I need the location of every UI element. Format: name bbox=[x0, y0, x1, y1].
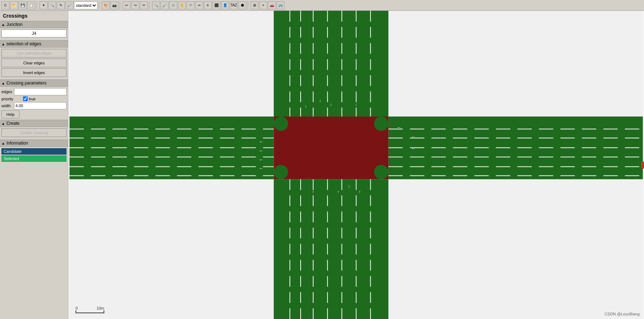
canvas-area[interactable]: ← ← ← ← ← ← ← ↓ ↓ ↓ ↓ ↓ ↑ ↑ ↑ ↑ ↑ bbox=[68, 11, 644, 319]
shape-button[interactable]: ⬟ bbox=[238, 1, 246, 9]
svg-rect-6 bbox=[274, 117, 288, 131]
svg-text:↑: ↑ bbox=[358, 190, 361, 195]
scale-rule bbox=[76, 310, 104, 313]
scale-start-label: 0 bbox=[76, 306, 78, 310]
candidate-item[interactable]: Candidate bbox=[1, 148, 67, 155]
use-selected-edges-button[interactable]: Use selected edges bbox=[1, 49, 67, 58]
clear-edges-button[interactable]: Clear edges bbox=[1, 59, 67, 67]
signal-button[interactable]: ⬛ bbox=[213, 1, 220, 9]
scale-labels: 0 10m bbox=[76, 306, 104, 310]
sidebar-title: Crossings bbox=[0, 11, 68, 21]
mode-select[interactable]: standard bbox=[74, 1, 97, 9]
svg-rect-1 bbox=[274, 11, 388, 117]
mode-button[interactable]: ✎ bbox=[57, 1, 65, 9]
main-content: Crossings ▲ Junction ▲ selection of edge… bbox=[0, 11, 644, 319]
save-as-button[interactable]: 📋 bbox=[27, 1, 35, 9]
svg-text:↓: ↓ bbox=[305, 104, 307, 109]
width-param-input[interactable] bbox=[14, 102, 67, 109]
svg-text:←: ← bbox=[259, 139, 264, 145]
priority-true-label: true bbox=[29, 97, 36, 101]
junction-section-header[interactable]: ▲ Junction bbox=[0, 21, 68, 28]
selected-item[interactable]: Selected bbox=[1, 155, 67, 162]
svg-text:↑: ↑ bbox=[337, 190, 339, 195]
crossing-params-collapse-icon: ▲ bbox=[1, 81, 5, 85]
edges-param-label: edges bbox=[1, 90, 14, 94]
svg-text:↑: ↑ bbox=[326, 184, 329, 189]
sep1 bbox=[37, 1, 38, 9]
information-section-body: Candidate Selected bbox=[0, 147, 68, 163]
invert-edges-button[interactable]: Invert edges bbox=[1, 68, 67, 77]
open-button[interactable]: 📂 bbox=[10, 1, 18, 9]
new-button[interactable]: 🗋 bbox=[1, 1, 9, 9]
person-button[interactable]: 👤 bbox=[221, 1, 229, 9]
red-edge-indicator bbox=[641, 161, 644, 169]
snapshot-button[interactable]: 📷 bbox=[110, 1, 118, 9]
sep5 bbox=[248, 1, 249, 9]
svg-text:↑: ↑ bbox=[348, 184, 350, 189]
create-section-body: Create crossing bbox=[0, 127, 68, 140]
svg-rect-9 bbox=[374, 165, 388, 179]
junction-collapse-icon: ▲ bbox=[1, 23, 5, 27]
svg-text:↓: ↓ bbox=[355, 102, 357, 107]
junction-input[interactable] bbox=[1, 29, 67, 37]
svg-text:↑: ↑ bbox=[312, 190, 314, 195]
svg-rect-7 bbox=[374, 117, 388, 131]
svg-text:←: ← bbox=[259, 148, 264, 154]
color-button[interactable]: 🎨 bbox=[102, 1, 110, 9]
sidebar: Crossings ▲ Junction ▲ selection of edge… bbox=[0, 11, 68, 319]
grid-button[interactable]: ⊞ bbox=[251, 1, 259, 9]
zoom-out-button[interactable]: 🔎 bbox=[161, 1, 169, 9]
edges-param-input[interactable] bbox=[14, 88, 67, 95]
priority-param-row: priority true bbox=[1, 96, 67, 101]
selection-edges-label: selection of edges bbox=[6, 41, 41, 46]
help-button[interactable]: Help bbox=[1, 110, 19, 118]
svg-rect-2 bbox=[274, 179, 388, 319]
svg-text:←: ← bbox=[411, 134, 416, 139]
svg-text:↓: ↓ bbox=[341, 98, 343, 103]
sep3 bbox=[120, 1, 121, 9]
search-button[interactable]: 🔍 bbox=[48, 1, 56, 9]
information-section-header[interactable]: ▲ Information bbox=[0, 140, 68, 147]
width-param-row: width bbox=[1, 102, 67, 109]
create-section-label: Create bbox=[6, 121, 19, 126]
watermark: CSDN @LeyoBiang bbox=[605, 312, 640, 316]
information-collapse-icon: ▲ bbox=[1, 141, 5, 145]
svg-text:←: ← bbox=[411, 146, 416, 151]
svg-text:↓: ↓ bbox=[330, 102, 332, 107]
bus-button[interactable]: 🚌 bbox=[277, 1, 284, 9]
priority-checkbox-container: true bbox=[23, 96, 36, 101]
redo-button[interactable]: ↪ bbox=[131, 1, 139, 9]
crossing-params-section-header[interactable]: ▲ Crossing parameters bbox=[0, 79, 68, 87]
save-button[interactable]: 💾 bbox=[19, 1, 27, 9]
create-crossing-button[interactable]: Create crossing bbox=[1, 128, 67, 137]
select-button[interactable]: □ bbox=[169, 1, 177, 9]
undo-button[interactable]: ↩ bbox=[123, 1, 131, 9]
create-collapse-icon: ▲ bbox=[1, 122, 5, 126]
taz-button[interactable]: TAZ bbox=[230, 1, 238, 9]
lane-button[interactable]: ≡ bbox=[204, 1, 212, 9]
toolbar: 🗋 📂 💾 📋 ✦ 🔍 ✎ 🔎 standard 🎨 📷 ↩ ↪ ✂ 🔍 🔎 □… bbox=[0, 0, 644, 11]
move-button[interactable]: ✋ bbox=[178, 1, 186, 9]
road-button[interactable]: ═ bbox=[195, 1, 203, 9]
cut-button[interactable]: ✂ bbox=[140, 1, 148, 9]
selection-edges-body: Use selected edges Clear edges Invert ed… bbox=[0, 47, 68, 79]
svg-text:←: ← bbox=[259, 165, 264, 171]
inspect-button[interactable]: 🔎 bbox=[65, 1, 73, 9]
edges-param-row: edges bbox=[1, 88, 67, 95]
create-section-header[interactable]: ▲ Create bbox=[0, 120, 68, 127]
sumo-button[interactable]: ✦ bbox=[40, 1, 47, 9]
svg-text:←: ← bbox=[397, 124, 402, 130]
zoom-in-button[interactable]: 🔍 bbox=[152, 1, 160, 9]
svg-rect-8 bbox=[274, 165, 288, 179]
priority-checkbox[interactable] bbox=[23, 96, 28, 101]
selection-edges-section-header[interactable]: ▲ selection of edges bbox=[0, 40, 68, 47]
sep4 bbox=[149, 1, 151, 9]
svg-text:↓: ↓ bbox=[319, 98, 321, 103]
crossing-params-label: Crossing parameters bbox=[6, 81, 46, 86]
information-section-label: Information bbox=[6, 141, 28, 146]
flag-button[interactable]: ⚐ bbox=[187, 1, 195, 9]
junction-section-body bbox=[0, 28, 68, 40]
car-button[interactable]: 🚗 bbox=[268, 1, 276, 9]
plus-button[interactable]: + bbox=[259, 1, 267, 9]
svg-text:←: ← bbox=[259, 157, 264, 163]
